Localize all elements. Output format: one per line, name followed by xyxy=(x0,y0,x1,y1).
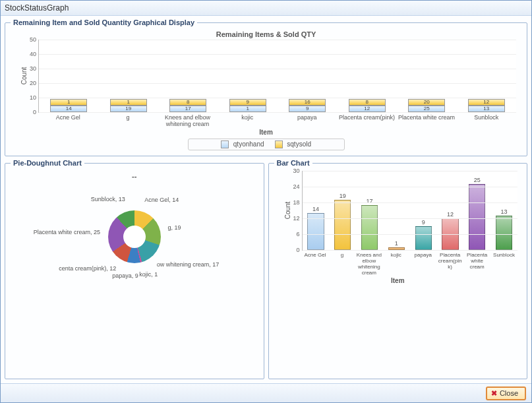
stacked-xcat: g xyxy=(98,113,158,127)
legend-label-sqtysold: sqtysold xyxy=(287,140,311,148)
bar-ytick: 12 xyxy=(287,215,300,222)
bar-chart-xlabel: Item xyxy=(274,277,522,284)
stacked-bar: 141 xyxy=(50,99,87,112)
stacked-xcat: Placenta cream(pink) xyxy=(337,113,397,127)
stacked-ytick: 50 xyxy=(23,36,36,43)
bar-chart-plot: Count 14191719122513 0612182430 xyxy=(302,171,518,251)
bar-ytick: 0 xyxy=(287,247,300,253)
stacked-chart-xlabel: Item xyxy=(11,129,521,136)
stacked-seg-sqtysold: 12 xyxy=(468,99,505,106)
stacked-chart-plot: Count 1411911781991612825201312 01020304… xyxy=(38,40,516,113)
bar-slot: 17 xyxy=(356,171,383,250)
stacked-bar-slot: 916 xyxy=(278,40,338,112)
bar-xcat: kojic xyxy=(382,251,409,276)
bar-value-label: 9 xyxy=(422,219,425,226)
doughnut-ring xyxy=(108,210,161,263)
legend-item-sqtysold: sqtysold xyxy=(275,140,311,148)
bar-value-label: 12 xyxy=(447,211,454,218)
stacked-bar-slot: 141 xyxy=(39,40,99,112)
stacked-seg-sqtysold: 20 xyxy=(408,99,445,106)
doughnut-slice-label: Sunblock, 13 xyxy=(91,196,125,202)
bar-chart-xcats: Acne GelgKnees and elbow whitening cream… xyxy=(302,251,518,276)
window-titlebar[interactable]: StockStatusGraph xyxy=(1,1,531,16)
stacked-bar: 178 xyxy=(169,99,206,112)
bar-slot: 14 xyxy=(303,171,330,250)
stacked-seg-sqtysold: 8 xyxy=(349,99,386,106)
bar-xcat: Acne Gel xyxy=(302,251,329,276)
stacked-xcat: kojic xyxy=(218,113,278,127)
stacked-ytick: 30 xyxy=(23,65,36,72)
bar-slot: 12 xyxy=(437,171,464,250)
bar: 13 xyxy=(496,216,512,250)
stacked-bar-slot: 1312 xyxy=(457,40,517,112)
bar-xcat: Placenta white cream xyxy=(463,251,490,276)
bar-slot: 25 xyxy=(463,171,490,250)
bar-xcat: Placenta cream(pink) xyxy=(436,251,463,276)
close-icon: ✖ xyxy=(491,389,497,398)
client-area: Remaining Item and Sold Quantity Graphic… xyxy=(1,16,531,383)
bar: 9 xyxy=(415,226,432,250)
bar-ytick: 24 xyxy=(287,183,300,190)
stacked-ytick: 10 xyxy=(23,94,36,101)
bar-value-label: 19 xyxy=(340,193,346,199)
window-frame: StockStatusGraph Remaining Item and Sold… xyxy=(0,0,532,403)
stacked-bar: 2520 xyxy=(408,99,445,112)
stacked-seg-sqtysold: 1 xyxy=(110,99,147,106)
swatch-qtyonhand xyxy=(221,140,229,148)
stacked-bar-slot: 178 xyxy=(158,40,218,112)
bar-value-label: 1 xyxy=(395,240,398,247)
doughnut-slice-label: Acne Gel, 14 xyxy=(144,197,179,203)
stacked-chart: Remaining Items & Sold QTY Count 1411911… xyxy=(11,30,521,150)
groupbox-bar-chart-legend: Bar Chart xyxy=(274,159,312,167)
stacked-seg-sqtysold: 16 xyxy=(289,99,326,106)
bar-ytick: 6 xyxy=(287,231,300,237)
stacked-chart-xcats: Acne GelgKnees and elbow whitening cream… xyxy=(38,113,516,127)
doughnut-slice-label: centa cream(pink), 12 xyxy=(59,265,116,272)
doughnut-slice-label: papaya, 9 xyxy=(112,272,138,279)
groupbox-bar-chart: Bar Chart Count 14191719122513 061218243… xyxy=(268,159,528,379)
doughnut-chart: -- Acne Gel, 14g, 19ow whitening cream, … xyxy=(11,171,258,336)
stacked-bar: 1312 xyxy=(468,99,505,112)
bar: 17 xyxy=(361,205,378,250)
bar-value-label: 25 xyxy=(474,177,481,183)
stacked-bar-slot: 128 xyxy=(338,40,398,112)
stacked-seg-qtyonhand: 17 xyxy=(169,106,206,112)
stacked-bar-slot: 191 xyxy=(99,40,159,112)
groupbox-pie-doughnut-legend: Pie-Doughnut Chart xyxy=(11,159,84,167)
stacked-bar: 19 xyxy=(229,99,266,112)
bar-ytick: 18 xyxy=(287,199,300,206)
stacked-ytick: 20 xyxy=(23,80,36,86)
close-button[interactable]: ✖ Close xyxy=(486,387,526,400)
stacked-seg-sqtysold: 8 xyxy=(169,99,206,106)
doughnut-slice-label: g, 19 xyxy=(167,224,181,231)
groupbox-pie-doughnut: Pie-Doughnut Chart -- Acne Gel, 14g, 19o… xyxy=(5,159,264,379)
stacked-xcat: papaya xyxy=(278,113,338,127)
groupbox-remaining-sold-legend: Remaining Item and Sold Quantity Graphic… xyxy=(11,18,197,26)
stacked-xcat: Acne Gel xyxy=(38,113,98,127)
dialog-footer: ✖ Close xyxy=(1,383,531,402)
stacked-seg-sqtysold: 1 xyxy=(50,99,87,106)
stacked-chart-title: Remaining Items & Sold QTY xyxy=(11,30,521,38)
bar-xcat: papaya xyxy=(409,251,436,276)
legend-label-qtyonhand: qtyonhand xyxy=(233,140,264,148)
bar-value-label: 13 xyxy=(501,208,508,215)
stacked-ytick: 40 xyxy=(23,51,36,57)
stacked-bar-slot: 19 xyxy=(218,40,278,112)
doughnut-chart-title: -- xyxy=(132,172,136,180)
bar-xcat: Sunblock xyxy=(490,251,517,276)
bar-ytick: 30 xyxy=(287,168,300,174)
close-button-label: Close xyxy=(500,389,518,397)
stacked-seg-qtyonhand: 19 xyxy=(110,106,147,112)
bar-slot: 9 xyxy=(410,171,437,250)
window-title: StockStatusGraph xyxy=(5,3,69,13)
stacked-bar: 128 xyxy=(349,99,386,112)
bar-xcat: Knees and elbow whitening cream xyxy=(355,251,382,276)
bar-slot: 13 xyxy=(490,171,517,250)
bar: 25 xyxy=(469,184,485,250)
bar-slot: 19 xyxy=(329,171,356,250)
stacked-seg-sqtysold: 9 xyxy=(229,99,266,106)
stacked-bar-slot: 2520 xyxy=(397,40,457,112)
bar-value-label: 17 xyxy=(367,198,373,204)
doughnut-slice-label: kojic, 1 xyxy=(139,271,158,278)
stacked-seg-qtyonhand: 13 xyxy=(468,106,505,112)
